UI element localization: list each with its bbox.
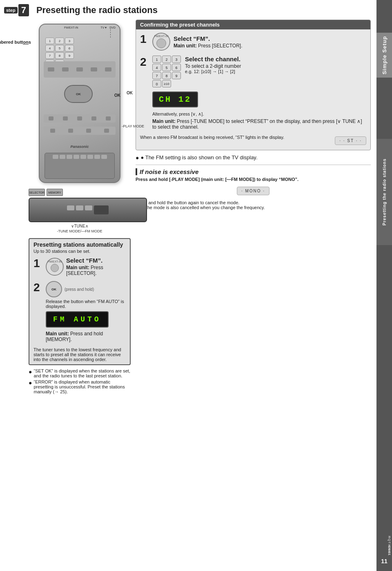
channel-display: CH 12 [152,91,198,107]
st-display: · · ST · · [335,136,366,145]
page-number: 11 [376,555,392,567]
stereo-note: When a stereo FM broadcast is being rece… [140,135,331,140]
nbtn-0: 0 [152,80,161,87]
preset-auto-box: Presetting stations automatically Up to … [29,238,131,365]
preset-auto-subtitle: Up to 30 stations can be set. [33,249,126,254]
play-mode-label: -PLAY MODE [122,124,144,128]
stereo-section: When a stereo FM broadcast is being rece… [140,135,366,147]
tune-mode-text: Main unit: Press [-TUNE MODE] to select … [152,118,366,130]
ok-button-area: OK [64,85,93,103]
confirm-step1-title: Select “FM”. [174,35,242,42]
cancel-note1: Press and hold the button again to cance… [136,200,371,205]
nbtn-7: 7 [152,72,161,79]
nbtn-8: 8 [162,72,171,79]
btn-1: 1 [45,38,54,44]
ok-icon: OK [46,281,62,297]
if-noise-instruction: Press and hold [-PLAY MODE] (main unit: … [136,177,371,182]
confirm-box: Confirming the preset channels 1 FM/EXT-… [136,20,371,150]
confirm-step2-title: Select the channel. [185,56,241,62]
nbtn-9: 9 [172,72,181,79]
two-col-layout: Numbered buttons TV▼ DVD FM/EXT-IN [4,20,371,395]
btn-5: 5 [55,45,64,51]
arrow-numbered [23,44,29,45]
step-number-badge: 7 [18,4,29,16]
confirm-step2-bullet1: To select a 2-digit number [185,63,241,69]
memory-btn: MEMORY [47,189,63,196]
fm-arrow [110,29,111,38]
step-badge: step [4,7,18,13]
main-unit-display [29,198,147,222]
press-hold-label: (press and hold) [65,287,94,292]
btn-3: 3 [65,38,74,44]
left-column: Numbered buttons TV▼ DVD FM/EXT-IN [4,20,131,395]
step-header: step 7 Presetting the radio stations [4,4,371,16]
tune-label: ∨TUNE∧ [29,224,131,228]
cancel-note2: ● ● The mode is also cancelled when you … [136,205,371,212]
step1-num: 1 [33,257,42,270]
main-unit-section: SELECTOR MEMORY ∨TUNE∧ -TUNE MODE/—FM MO… [29,189,131,233]
fm-icon-step1: FM/EXT-IN [46,258,64,276]
btn-7: 7 [45,52,54,59]
fm-ext-in-remote-label: FM/EXT-IN [64,26,78,29]
presetting-label: Presetting the radio stations [382,142,387,242]
preset-auto-step2: 2 OK (press and hold) Release the button… [33,281,126,342]
if-noise-section: If noise is excessive Press and hold [-P… [136,168,371,212]
step1-main-unit: Main unit: Press [SELECTOR]. [66,265,126,276]
bottom-notes: ● “SET OK” is displayed when the station… [29,368,131,394]
remote-control: TV▼ DVD FM/EXT-IN 1 2 3 4 5 6 [39,24,120,183]
ok-external-label: OK [114,93,120,98]
fm-icon-confirm1: FM/EXT-IN [152,33,170,51]
confirm-step1-num: 1 [140,33,149,46]
remote-transport-area [44,61,116,78]
note2: ● “ERROR” is displayed when automatic pr… [29,379,131,394]
nbtn-2: 2 [162,56,171,63]
mono-display: · MONO · [237,187,270,195]
btn-4: 4 [45,45,54,51]
selector-btn: SELECTOR [29,189,45,196]
tune-mode-label: -TUNE MODE/—FM MODE [29,229,131,233]
ok-arrow-label: OK [127,91,133,95]
nbtn-gte10: ≥10 [162,80,171,87]
release-text: Release the button when “FM AUTO” is dis… [46,299,126,309]
mono-display-area: · MONO · [136,185,371,197]
play-mode-row [44,114,116,123]
btn-2: 2 [55,38,64,44]
confirm-step2-inner: 1 2 3 4 5 6 7 8 9 0 [152,56,366,130]
confirm-step1: 1 FM/EXT-IN Select “FM”. Main unit: [140,33,366,51]
step2-main-unit: Main unit: Press and hold [MEMORY]. [46,331,126,342]
divider1 [136,165,371,165]
note1: ● “SET OK” is displayed when the station… [29,368,131,378]
nbtn-5: 5 [162,64,171,71]
step2-num: 2 [33,281,42,294]
st-display-area: · · ST · · [335,135,366,147]
btn-6: 6 [65,45,74,51]
if-noise-title: If noise is excessive [136,168,371,175]
nbtn-6: 6 [172,64,181,71]
remote-top-label: TV▼ DVD [101,26,116,29]
step1-title: Select “FM”. [66,257,126,264]
tuner-note: The tuner tunes to the lowest frequency … [33,347,126,362]
confirm-box-title: Confirming the preset channels [136,20,370,29]
fm-tv-note: ● ● The FM setting is also shown on the … [136,154,371,161]
step2-content: OK (press and hold) Release the button w… [46,281,126,342]
nbtn-4: 4 [152,64,161,71]
confirm-step2: 2 1 2 3 4 5 6 [140,56,366,130]
alt-text: Alternatively, press [∨, ∧]. [152,112,366,117]
num-grid-area: 1 2 3 4 5 6 7 8 9 0 [152,56,181,89]
simple-setup-label: Simple Setup [381,36,388,74]
nbtn-3: 3 [172,56,181,63]
page-title: Presetting the radio stations [36,5,158,16]
preset-auto-step1: 1 FM/EXT-IN Select “FM”. [33,257,126,276]
remote-bottom-panel [45,153,115,179]
right-column: Confirming the preset channels 1 FM/EXT-… [136,20,371,395]
confirm-step2-num: 2 [140,56,149,69]
step1-content: Select “FM”. Main unit: Press [SELECTOR]… [66,257,126,276]
right-sidebar: Simple Setup Presetting the radio statio… [376,0,392,571]
btn-8: 8 [55,52,64,59]
confirm-step1-inner: FM/EXT-IN Select “FM”. Main unit: Press … [152,33,242,51]
remote-brand: Panasonic [70,145,89,149]
confirm-step2-example: e.g. 12: [≥10] → [1] → [2] [185,69,241,74]
confirm-step2-text: Select the channel. To select a 2-digit … [185,56,241,89]
preset-auto-title: Presetting stations automatically [33,241,126,248]
ok-label: OK [76,92,81,96]
